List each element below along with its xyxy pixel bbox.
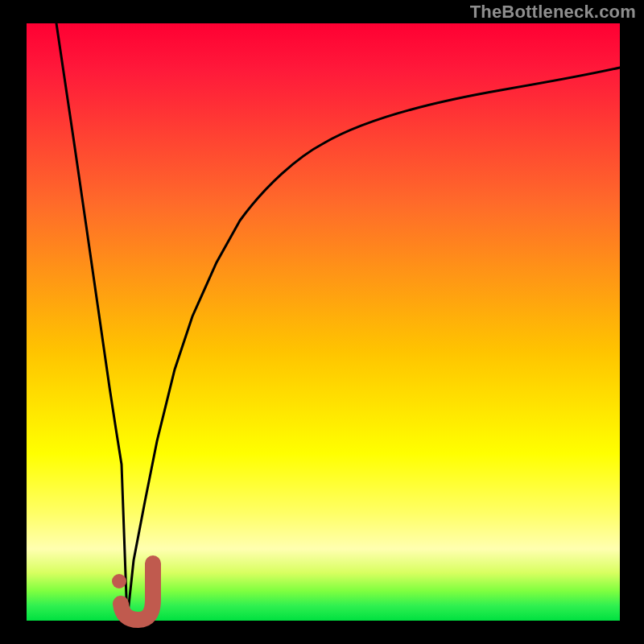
svg-point-0 [112, 574, 126, 588]
chart-stage: TheBottleneck.com [0, 0, 644, 644]
plot-area [27, 23, 620, 621]
chart-svg [0, 0, 644, 644]
watermark-text: TheBottleneck.com [470, 2, 636, 23]
